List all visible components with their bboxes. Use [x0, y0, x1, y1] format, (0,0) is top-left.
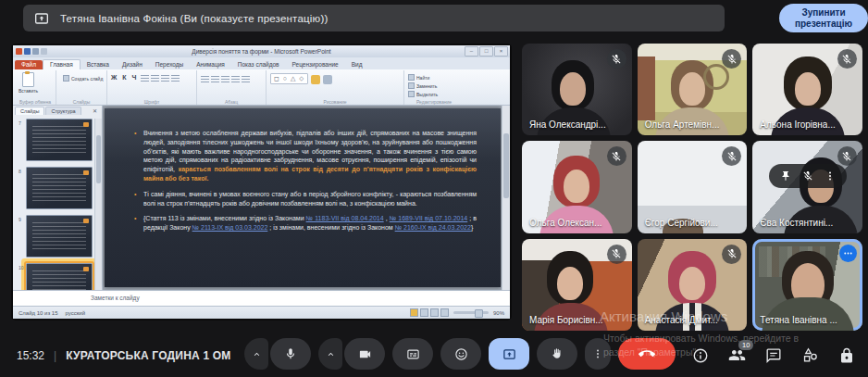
- tab-transitions[interactable]: Переходы: [149, 60, 191, 69]
- tab-view[interactable]: Вид: [345, 60, 369, 69]
- panel-icons: 10: [692, 346, 855, 364]
- chat-icon[interactable]: [765, 347, 782, 364]
- powerpoint-window: Диверсія поняття та форми - Microsoft Po…: [13, 45, 510, 319]
- bottom-bar: 15:32 | КУРАТОРСЬКА ГОДИНА 1 ОМ 10: [0, 331, 868, 377]
- captions-button[interactable]: [392, 338, 433, 370]
- tab-slideshow[interactable]: Показ слайдов: [231, 60, 286, 69]
- video-tile[interactable]: Єгор Сергійови...: [638, 141, 748, 232]
- shapes-gallery[interactable]: ◻ ○ △ ⬦: [270, 73, 308, 84]
- group-clipboard: Вставить Буфер обмена: [15, 70, 56, 105]
- video-tile[interactable]: Єва Костянтині...: [752, 141, 862, 232]
- slide-thumbnail[interactable]: 8: [26, 167, 93, 209]
- more-options-icon[interactable]: [825, 170, 836, 182]
- video-tile[interactable]: Альона Ігорівна...: [752, 44, 862, 135]
- participant-grid: Яна Олександрі... Ольга Артемівн... Альо…: [522, 44, 862, 331]
- slide-bullet-2: Ті самі діяння, вчинені в умовах воєнног…: [134, 190, 477, 208]
- meeting-meta: 15:32 | КУРАТОРСЬКА ГОДИНА 1 ОМ: [17, 349, 231, 362]
- powerpoint-window-title: Диверсія поняття та форми - Microsoft Po…: [13, 48, 510, 55]
- highlighted-text: карається позбавленням волі на строк від…: [143, 166, 477, 182]
- tab-insert[interactable]: Вставка: [81, 60, 116, 69]
- more-options-button[interactable]: [585, 338, 611, 370]
- slide-thumbnail-selected[interactable]: 10: [26, 263, 93, 290]
- pin-button[interactable]: [780, 170, 791, 182]
- participant-name: Анастасія Дмит...: [645, 315, 718, 325]
- tab-file[interactable]: Файл: [15, 60, 43, 69]
- find-button[interactable]: Найти: [408, 74, 438, 81]
- video-tile[interactable]: Марія Борисівн...: [522, 239, 632, 331]
- zoom-slider[interactable]: [453, 311, 489, 314]
- replace-button[interactable]: Заменить: [408, 82, 438, 89]
- slide-thumbnail[interactable]: 9: [26, 215, 93, 258]
- slide-bullet-3: {Стаття 113 із змінами, внесеними згідно…: [134, 214, 477, 232]
- new-slide-button[interactable]: Создать слайд: [63, 75, 103, 82]
- participant-name: Яна Олександрі...: [529, 119, 606, 130]
- law-link[interactable]: № 2113-IX від 03.03.2022: [192, 224, 268, 231]
- mic-muted-icon: [722, 49, 741, 69]
- tab-animations[interactable]: Анимация: [190, 60, 231, 69]
- camera-button[interactable]: [344, 338, 385, 370]
- video-tile[interactable]: Яна Олександрі...: [522, 44, 632, 135]
- panel-tab-outline[interactable]: Структура: [45, 107, 81, 115]
- group-paragraph: Абзац: [197, 70, 267, 105]
- paste-button[interactable]: Вставить: [19, 72, 38, 94]
- more-options-button[interactable]: [839, 245, 857, 262]
- participant-name: Єва Костянтині...: [760, 218, 833, 228]
- mic-button[interactable]: [270, 338, 311, 370]
- panel-close-icon[interactable]: ✕: [90, 107, 100, 115]
- ribbon-tabs: Файл Главная Вставка Дизайн Переходы Ани…: [13, 57, 510, 69]
- slides-panel: Слайды Структура ✕ 7 8 9 10: [13, 106, 103, 290]
- font-size-controls[interactable]: [141, 75, 180, 82]
- participant-name: Єгор Сергійови...: [645, 218, 718, 228]
- panel-scrollbar[interactable]: [94, 119, 102, 290]
- participant-name: Тетяна Іванівна ...: [760, 315, 837, 325]
- call-controls: [244, 338, 676, 370]
- presenter-label: Тетяна Іванівна Фокіна (Ви (показуєте пр…: [60, 13, 328, 24]
- slide-thumbnail[interactable]: 7: [26, 119, 93, 161]
- status-slide-number: Слайд 10 из 15: [19, 310, 57, 316]
- status-language: русский: [65, 310, 85, 316]
- video-tile[interactable]: Ольга Артемівн...: [638, 44, 748, 135]
- current-slide: Вчинення з метою ослаблення держави вибу…: [105, 108, 501, 287]
- notes-pane[interactable]: Заметки к слайду: [13, 290, 510, 306]
- meeting-details-icon[interactable]: [692, 347, 709, 364]
- alignment-buttons[interactable]: [201, 76, 250, 82]
- panel-tab-slides[interactable]: Слайды: [15, 107, 44, 115]
- arrange-icon[interactable]: [311, 75, 320, 84]
- stop-presenting-button[interactable]: Зупинити презентацію: [779, 4, 868, 32]
- slide-scrollbar[interactable]: [502, 106, 510, 290]
- video-tile-self[interactable]: Тетяна Іванівна ...: [752, 239, 862, 331]
- powerpoint-titlebar: Диверсія поняття та форми - Microsoft Po…: [13, 45, 510, 57]
- law-link[interactable]: № 1183-VII від 08.04.2014: [306, 215, 384, 221]
- mic-options-chevron[interactable]: [244, 338, 268, 370]
- select-button[interactable]: Выделить: [408, 91, 438, 97]
- video-tile[interactable]: Ольга Олексан...: [522, 141, 632, 232]
- tab-home[interactable]: Главная: [43, 59, 81, 69]
- camera-options-chevron[interactable]: [318, 338, 342, 370]
- ribbon: Вставить Буфер обмена Создать слайд Слай…: [13, 69, 510, 106]
- group-drawing: ◻ ○ △ ⬦ Рисование: [267, 70, 404, 105]
- quick-styles-icon[interactable]: [323, 75, 332, 84]
- host-controls-lock-icon[interactable]: [838, 347, 855, 364]
- end-call-button[interactable]: [618, 338, 676, 370]
- activities-icon[interactable]: [801, 346, 819, 364]
- meet-app: Тетяна Іванівна Фокіна (Ви (показуєте пр…: [0, 0, 868, 377]
- law-link[interactable]: № 2160-IX від 24.03.2022: [395, 224, 471, 231]
- clipboard-icon: [22, 72, 34, 87]
- raise-hand-button[interactable]: [537, 338, 577, 370]
- mute-button[interactable]: [802, 170, 813, 182]
- group-editing: Найти Заменить Выделить Редактирование: [404, 70, 464, 105]
- reactions-button[interactable]: [440, 338, 481, 370]
- people-icon[interactable]: 10: [728, 346, 746, 364]
- tab-review[interactable]: Рецензирование: [286, 60, 345, 69]
- mic-muted-icon: [607, 146, 626, 166]
- meeting-name: КУРАТОРСЬКА ГОДИНА 1 ОМ: [66, 349, 230, 362]
- law-link[interactable]: № 1689-VII від 07.10.2014: [390, 215, 468, 221]
- tab-design[interactable]: Дизайн: [116, 60, 149, 69]
- video-tile[interactable]: Анастасія Дмит...: [638, 239, 748, 331]
- mic-muted-icon: [607, 49, 626, 69]
- present-button-active[interactable]: [489, 338, 529, 370]
- font-style-buttons[interactable]: Ж К Ч: [111, 74, 138, 81]
- clock: 15:32: [17, 349, 44, 362]
- view-switcher[interactable]: 90%: [410, 308, 504, 317]
- screen-share-tile[interactable]: Диверсія поняття та форми - Microsoft Po…: [11, 44, 512, 320]
